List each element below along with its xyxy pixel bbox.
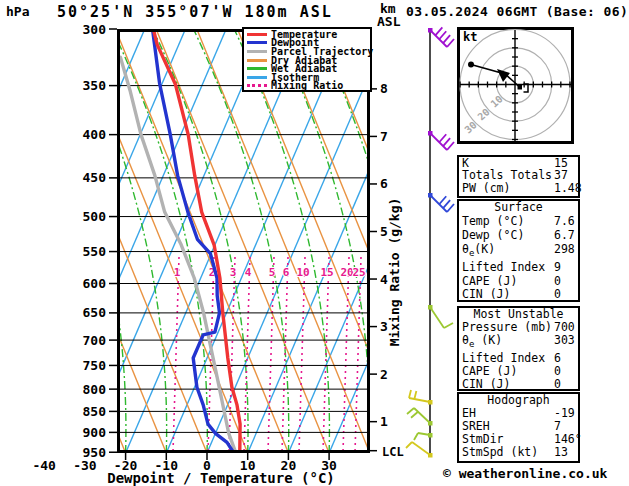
- mixing-ratio-tick-label: 3: [230, 266, 237, 279]
- stats-box: K15Totals Totals37PW (cm)1.48: [457, 155, 580, 198]
- km-tick-label: 8: [380, 81, 388, 96]
- stats-value: 1.48: [554, 182, 582, 194]
- barb-shaft: [412, 442, 430, 455]
- skewt-sounding-page: 12345610152025 3003504004505005506006507…: [0, 0, 629, 486]
- pressure-tick-label: 850: [83, 404, 107, 419]
- wind-barb: [409, 390, 433, 405]
- barb-tick: [447, 204, 454, 212]
- theta-e-subscript: e: [469, 248, 474, 258]
- km-tick-label: 2: [380, 367, 388, 382]
- station-title: 50°25'N 355°07'W 180m ASL: [57, 3, 333, 21]
- km-tick-label: 7: [380, 129, 388, 144]
- stats-row: CAPE (J)0: [459, 275, 578, 289]
- mixing-ratio-line: [282, 257, 288, 452]
- stats-value: 37: [554, 169, 578, 181]
- stats-label: θe (K): [462, 334, 554, 351]
- stats-row: Dewp (°C)6.7: [459, 229, 578, 243]
- barb-shaft: [414, 408, 430, 423]
- x-axis-title: Dewpoint / Temperature (°C): [107, 470, 335, 486]
- pressure-tick-label: 550: [83, 244, 107, 259]
- stats-box-hodograph: HodographEH-19SREH7StmDir146°StmSpd (kt)…: [457, 392, 580, 463]
- pressure-tick-label: 350: [83, 78, 107, 93]
- stats-box-most-unstable: Most UnstablePressure (mb)700θe (K)303Li…: [457, 306, 580, 391]
- mixing-ratio-line: [343, 257, 349, 452]
- wind-barb: [428, 305, 453, 328]
- barb-tick: [409, 390, 411, 398]
- pressure-tick-label: 600: [83, 276, 107, 291]
- barb-tick: [443, 35, 450, 43]
- mixing-ratio-tick-label: 1: [174, 266, 181, 279]
- barb-tick: [447, 142, 454, 150]
- barb-tick: [414, 433, 418, 440]
- stats-value: 0: [554, 275, 578, 289]
- stats-row: CIN (J)0: [459, 378, 578, 391]
- legend-swatch: [247, 50, 267, 53]
- stats-value: 6.7: [554, 229, 578, 243]
- barb-shaft: [409, 398, 430, 402]
- pressure-tick-label: 450: [83, 170, 107, 185]
- pressure-tick-label: 900: [83, 425, 107, 440]
- stats-label: CIN (J): [462, 288, 554, 302]
- lcl-label: LCL: [382, 445, 404, 459]
- stats-value: 0: [554, 288, 578, 302]
- legend-label: Mixing Ratio: [271, 80, 343, 91]
- stats-label: Temp (°C): [462, 215, 554, 229]
- barb-tick: [443, 200, 450, 208]
- stats-label: θe(K): [462, 243, 554, 261]
- isotherm-line: [0, 29, 23, 453]
- stats-box-header: Surface: [459, 201, 578, 215]
- mixing-ratio-tick-label: 5: [269, 266, 276, 279]
- hodograph: 102030: [459, 29, 573, 143]
- legend-swatch: [247, 76, 267, 79]
- barb-tick: [439, 196, 446, 204]
- mixing-ratio-tick-label: 4: [245, 266, 252, 279]
- km-tick-label: 6: [380, 176, 388, 191]
- pressure-tick-label: 500: [83, 209, 107, 224]
- pressure-tick-label: 400: [83, 127, 107, 142]
- stats-row: Lifted Index9: [459, 261, 578, 275]
- stats-row: PW (cm)1.48: [459, 182, 578, 194]
- wind-barb: [428, 131, 454, 150]
- barb-tick: [414, 391, 416, 399]
- temp-tick-label: -40: [32, 458, 56, 473]
- stats-value: 303: [554, 334, 578, 351]
- stats-value: 9: [554, 261, 578, 275]
- mixing-ratio-line: [268, 257, 274, 452]
- barb-tick: [447, 39, 454, 47]
- wind-barb: [428, 193, 454, 212]
- pressure-tick-label: 700: [83, 333, 107, 348]
- barb-tick: [443, 138, 450, 146]
- legend-swatch: [247, 67, 267, 70]
- mixing-ratio-line: [173, 257, 179, 452]
- barb-tick: [407, 408, 414, 414]
- stats-row: Temp (°C)7.6: [459, 215, 578, 229]
- stats-value: 13: [554, 446, 578, 459]
- barb-tick: [439, 31, 446, 39]
- pressure-axis-unit: hPa: [6, 4, 29, 19]
- legend-swatch: [247, 33, 267, 36]
- stats-value: 0: [554, 378, 578, 391]
- pressure-tick-label: 650: [83, 305, 107, 320]
- km-tick-label: 1: [380, 414, 388, 429]
- barb-tick: [411, 412, 418, 418]
- stats-label: StmSpd (kt): [462, 446, 554, 459]
- stats-row: Lifted Index6: [459, 352, 578, 365]
- stats-box-surface: SurfaceTemp (°C)7.6Dewp (°C)6.7θe(K)298L…: [457, 199, 580, 302]
- stats-row: StmSpd (kt)13: [459, 446, 578, 459]
- stats-row: CIN (J)0: [459, 288, 578, 302]
- stats-value: 7.6: [554, 215, 578, 229]
- mixing-ratio-tick-label: 6: [283, 266, 290, 279]
- parcel-trajectory-curve: [120, 57, 235, 453]
- mixing-ratio-tick-label: 15: [320, 266, 333, 279]
- barb-tick: [406, 442, 412, 448]
- hodograph-trace-endpoint: [468, 62, 474, 68]
- stats-label: PW (cm): [462, 182, 554, 194]
- isotherm-line: [0, 29, 63, 453]
- pressure-tick-label: 800: [83, 382, 107, 397]
- altitude-axis-unit-asl: ASL: [377, 14, 400, 29]
- theta-e-subscript: e: [469, 340, 474, 350]
- barb-tick: [444, 323, 453, 328]
- stats-label: Lifted Index: [462, 261, 554, 275]
- wind-barb-column: [406, 27, 454, 457]
- stats-row: Totals Totals37: [459, 169, 578, 181]
